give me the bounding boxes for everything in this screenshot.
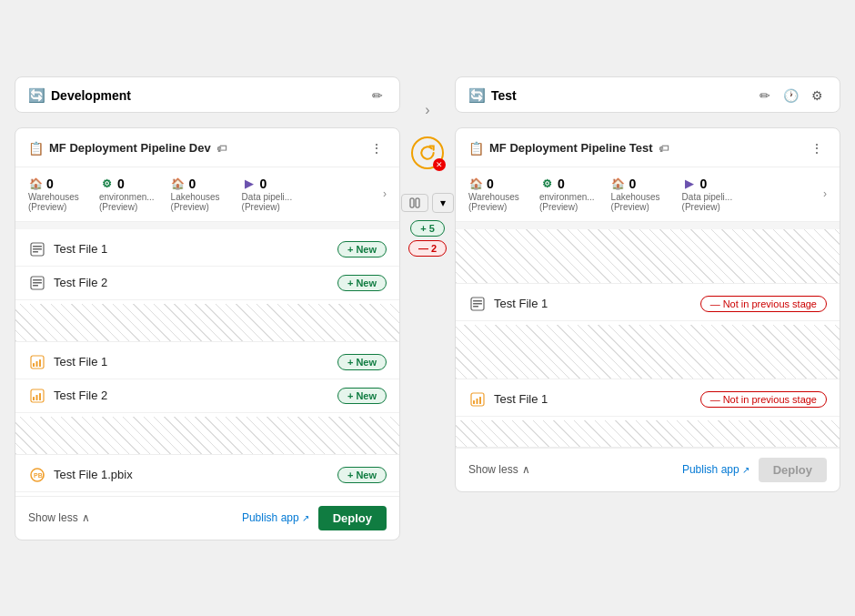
svg-rect-13	[33, 397, 35, 400]
dev-report-file-list: Test File 1 +New Test File 2 +New	[15, 342, 399, 417]
test-footer-right: Publish app ↗ Deploy	[682, 458, 827, 482]
semantic-model-icon-2	[28, 274, 46, 292]
warehouse-icon: 🏠	[28, 177, 43, 191]
dev-stat-lakehouses-count: 0	[189, 177, 196, 191]
dev-show-less-chevron: ∧	[82, 511, 90, 524]
test-semantic-icon-1	[468, 295, 487, 313]
dev-stat-warehouses-label: Warehouses(Preview)	[28, 192, 79, 212]
test-report-icon-1	[468, 390, 487, 409]
test-pipeline-more-btn[interactable]: ⋮	[807, 139, 827, 157]
svg-rect-26	[477, 399, 478, 404]
dev-stat-warehouses-count: 0	[46, 177, 54, 191]
test-env-icon: 🔄	[468, 87, 486, 104]
compare-btn[interactable]	[401, 194, 428, 212]
svg-rect-2	[33, 248, 42, 250]
dev-env-title: Development	[51, 88, 131, 103]
svg-rect-10	[36, 361, 38, 367]
dev-pipeline-tag-icon: 🏷	[216, 143, 226, 154]
dev-pipeline-name: MF Deployment Pipeline Dev	[49, 141, 211, 155]
dev-badge-new-pbix: +New	[337, 467, 387, 483]
dev-file-name-semantic-1: Test File 1	[54, 242, 337, 256]
dev-file-name-report-1: Test File 1	[54, 355, 337, 369]
dev-pbix-file-list: PBI Test File 1.pbix +New	[15, 455, 399, 496]
test-pipeline-header: 📋 MF Deployment Pipeline Test 🏷 ⋮	[456, 128, 840, 167]
dev-file-name-pbix: Test File 1.pbix	[54, 468, 337, 481]
test-stat-lakehouses-count: 0	[629, 177, 637, 191]
dev-pipeline-title-group: 📋 MF Deployment Pipeline Dev 🏷	[28, 141, 226, 156]
dev-env-panel: 🔄 Development ✏	[15, 76, 400, 113]
test-hatched-middle	[456, 325, 840, 379]
test-stats-chevron[interactable]: ›	[823, 187, 827, 200]
test-stats-row: 🏠 0 Warehouses(Preview) ⚙ 0 environmen..…	[456, 167, 840, 222]
svg-rect-18	[410, 198, 414, 207]
svg-rect-9	[33, 363, 35, 367]
test-report-file-list: Test File 1 —Not in previous stage	[456, 379, 840, 420]
middle-controls: › ✕ ▾ + 5 — 2	[400, 76, 455, 260]
pipeline-icon-right: 📋	[468, 141, 484, 156]
test-file-name-report-1: Test File 1	[494, 392, 700, 406]
diff-add-badge: + 5	[410, 220, 445, 237]
dev-edit-icon[interactable]: ✏	[368, 86, 387, 105]
test-publish-btn[interactable]: Publish app ↗	[682, 463, 749, 476]
dev-stat-lakehouses: 🏠 0 Lakehouses(Preview)	[171, 177, 226, 212]
svg-rect-11	[39, 359, 41, 367]
pbix-icon: PBI	[28, 466, 46, 484]
dev-stats-row: 🏠 0 Warehouses(Preview) ⚙ 0 environmen..…	[15, 167, 399, 222]
dev-badge-new-report-1: +New	[337, 354, 387, 370]
test-file-name-semantic-1: Test File 1	[494, 297, 700, 310]
test-stat-pipelines-count: 0	[700, 177, 708, 191]
pipeline-icon: ▶	[242, 177, 256, 191]
compare-dropdown-btn[interactable]: ▾	[432, 193, 454, 213]
dev-pipeline-header: 📋 MF Deployment Pipeline Dev 🏷 ⋮	[15, 128, 399, 167]
dev-publish-external-icon: ↗	[302, 513, 309, 523]
dev-publish-btn[interactable]: Publish app ↗	[242, 511, 309, 524]
dev-env-icon: 🔄	[28, 87, 45, 104]
dev-env-header: 🔄 Development ✏	[15, 77, 399, 112]
test-pipeline-card: 📋 MF Deployment Pipeline Test 🏷 ⋮ 🏠 0 Wa…	[455, 127, 840, 492]
test-file-item-semantic-1: Test File 1 —Not in previous stage	[456, 288, 840, 321]
test-edit-icon[interactable]: ✏	[756, 86, 774, 105]
compare-controls: ▾	[401, 193, 454, 213]
lakehouse-icon: 🏠	[171, 177, 186, 191]
test-show-less-btn[interactable]: Show less ∧	[468, 463, 530, 476]
test-env-header: 🔄 Test ✏ 🕐 ⚙	[456, 77, 840, 112]
test-badge-not-prev-report-1: —Not in previous stage	[700, 391, 827, 408]
dev-stat-pipelines-label: Data pipeli...(Preview)	[242, 192, 293, 212]
sync-error-icon: ✕	[433, 158, 446, 171]
diff-remove-badge: — 2	[408, 240, 447, 257]
svg-rect-14	[36, 395, 38, 400]
test-env-panel: 🔄 Test ✏ 🕐 ⚙	[455, 76, 840, 113]
svg-rect-5	[33, 279, 42, 281]
svg-rect-19	[416, 198, 419, 207]
dev-hatched-1	[15, 304, 399, 342]
test-stat-env-count: 0	[558, 177, 565, 191]
svg-text:PBI: PBI	[34, 472, 45, 479]
deployment-pipeline-container: 🔄 Development ✏ 📋 MF Deployment Pipeline…	[15, 76, 840, 540]
test-lakehouse-icon: 🏠	[611, 177, 626, 191]
test-stat-lakehouses-label: Lakehouses(Preview)	[611, 192, 660, 212]
env-icon: ⚙	[99, 177, 114, 191]
dev-semantic-file-list: Test File 1 +New Test File 2 +New	[15, 229, 399, 304]
test-stat-env-label: environmen...(Preview)	[539, 192, 595, 212]
test-deploy-btn[interactable]: Deploy	[759, 458, 827, 482]
dev-file-item-pbix: PBI Test File 1.pbix +New	[15, 459, 399, 492]
dev-deploy-btn[interactable]: Deploy	[318, 506, 387, 530]
svg-rect-25	[473, 400, 475, 404]
test-settings-icon[interactable]: ⚙	[808, 86, 827, 105]
test-badge-not-prev-semantic-1: —Not in previous stage	[700, 296, 827, 312]
sync-icon[interactable]: ✕	[411, 136, 444, 169]
dev-badge-new-report-2: +New	[337, 388, 387, 404]
test-history-icon[interactable]: 🕐	[780, 86, 802, 105]
dev-stats-chevron[interactable]: ›	[383, 187, 387, 200]
dev-publish-label: Publish app	[242, 511, 299, 524]
dev-pipeline-more-btn[interactable]: ⋮	[367, 139, 387, 157]
test-pipeline-name: MF Deployment Pipeline Test	[489, 141, 653, 155]
sync-status: ✕	[411, 136, 444, 180]
test-env-title: Test	[491, 88, 517, 103]
dev-show-less-btn[interactable]: Show less ∧	[28, 511, 90, 524]
test-stat-warehouses: 🏠 0 Warehouses(Preview)	[468, 177, 523, 212]
test-hatched-bottom	[456, 420, 840, 448]
dev-stat-pipelines-count: 0	[260, 177, 267, 191]
dev-show-less-label: Show less	[28, 511, 78, 524]
dev-file-name-semantic-2: Test File 2	[54, 276, 337, 289]
